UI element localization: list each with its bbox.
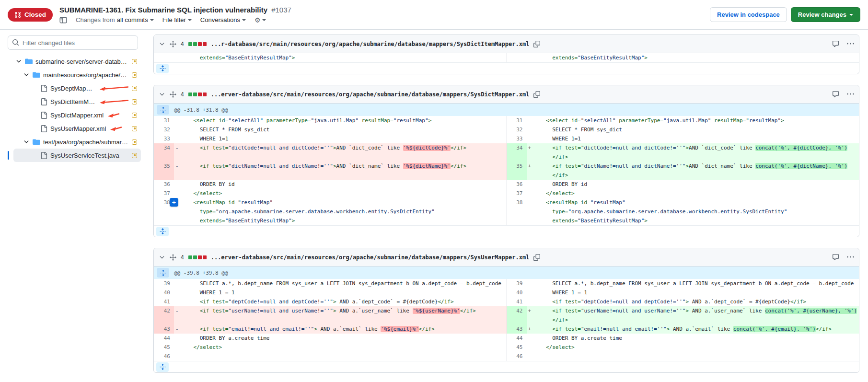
- line-number-new[interactable]: 36: [507, 180, 527, 189]
- line-number-old[interactable]: 43: [154, 324, 174, 334]
- code-segment: WHERE 1=1: [181, 136, 228, 142]
- line-number-old[interactable]: 44: [154, 334, 174, 343]
- pr-title-text: SUBMARINE-1361. Fix Submarine SQL inject…: [59, 6, 267, 14]
- code-line: </select>: [533, 189, 859, 198]
- code-segment: >: [333, 299, 336, 305]
- code-line: - <if test="dictCode!=null and dictCode!…: [181, 143, 507, 152]
- line-number-new[interactable]: 44: [507, 334, 527, 343]
- line-number-new[interactable]: 38: [507, 198, 527, 225]
- collapse-file-icon[interactable]: [159, 91, 165, 98]
- line-number-new[interactable]: 37: [507, 189, 527, 198]
- line-number-new[interactable]: 35: [507, 162, 527, 180]
- line-number-new[interactable]: 33: [507, 134, 527, 143]
- tree-file-sysdeptmapper-xml[interactable]: SysDeptMapper.xml: [13, 81, 141, 95]
- code-segment: AND a.`email` like: [670, 326, 733, 332]
- line-number-new[interactable]: 42: [507, 306, 527, 324]
- diffstat-square-add: [188, 93, 192, 96]
- all-commits-label: all commits: [117, 16, 148, 23]
- comment-icon[interactable]: [832, 91, 839, 98]
- line-number-new[interactable]: 43: [507, 324, 527, 334]
- expand-hunk-button[interactable]: [157, 268, 169, 278]
- tree-file-sysdictitemmapper-xml[interactable]: SysDictItemMapper.xml: [13, 95, 141, 108]
- copy-path-icon[interactable]: [533, 91, 540, 98]
- code-line: + <if test="dictName!=null and dictName!…: [533, 162, 859, 171]
- expand-hunk-button[interactable]: [157, 105, 169, 115]
- line-number-old[interactable]: 41: [154, 297, 174, 306]
- line-number-old[interactable]: 35: [154, 162, 174, 180]
- code-cell-old: </select>: [174, 189, 507, 198]
- copy-path-icon[interactable]: [533, 254, 540, 261]
- line-number-new[interactable]: 46: [507, 352, 527, 361]
- comment-icon[interactable]: [832, 40, 839, 47]
- code-segment: [533, 218, 553, 224]
- code-segment: >: [333, 163, 336, 169]
- code-segment: id=: [581, 199, 590, 206]
- conversations-dropdown[interactable]: Conversations: [200, 16, 246, 23]
- line-number-new[interactable]: 31: [507, 116, 527, 125]
- line-number-new[interactable]: 40: [507, 288, 527, 297]
- collapse-file-icon[interactable]: [159, 254, 165, 261]
- changes-from-dropdown[interactable]: Changes from all commits: [76, 16, 154, 23]
- folder-icon: [25, 58, 33, 65]
- code-segment: concat('%', #{userName}, '%'): [765, 308, 857, 314]
- code-line: type="org.apache.submarine.server.databa…: [533, 207, 859, 216]
- review-in-codespace-button[interactable]: Review in codespace: [710, 7, 787, 22]
- code-segment: ORDER BY a.create_time: [181, 335, 269, 341]
- line-number-new[interactable]: 34: [507, 143, 527, 162]
- tree-file-sysuserservicetest-java[interactable]: SysUserServiceTest.java: [13, 149, 141, 162]
- pr-title-block: SUBMARINE-1361. Fix Submarine SQL inject…: [59, 6, 703, 24]
- chevron-down-icon[interactable]: [15, 58, 22, 65]
- line-number-old[interactable]: 39: [154, 279, 174, 288]
- chevron-down-icon[interactable]: [23, 71, 30, 78]
- kebab-menu-icon[interactable]: [847, 91, 854, 98]
- code-segment: AND a.`dept_code` = #{deptCode}: [336, 299, 438, 305]
- code-line: <select id="selectAll" parameterType="ja…: [181, 116, 507, 125]
- line-number-old[interactable]: 40: [154, 288, 174, 297]
- chevron-down-icon[interactable]: [23, 139, 30, 145]
- line-number-old[interactable]: 36: [154, 180, 174, 189]
- expand-diff-button[interactable]: [156, 227, 169, 236]
- line-number-old[interactable]: 37: [154, 189, 174, 198]
- line-number-old[interactable]: 45: [154, 343, 174, 352]
- diff-file-header: 4...erver-database/src/main/resources/or…: [154, 248, 859, 266]
- line-number-old[interactable]: 34: [154, 143, 174, 162]
- diff-marker: -: [175, 162, 179, 171]
- review-changes-button[interactable]: Review changes: [791, 7, 860, 22]
- line-number-old[interactable]: 38+: [154, 198, 174, 225]
- tree-file-sysdictmapper-xml[interactable]: SysDictMapper.xml: [13, 108, 141, 122]
- code-segment: test=: [212, 326, 228, 332]
- add-comment-button[interactable]: +: [170, 198, 178, 207]
- content-area: submarine-server/server-database/...main…: [0, 30, 868, 382]
- collapse-file-icon[interactable]: [159, 41, 165, 47]
- line-number-old[interactable]: 33: [154, 134, 174, 143]
- diff-settings-dropdown[interactable]: ⚙: [255, 17, 266, 23]
- tree-file-sysusermapper-xml[interactable]: SysUserMapper.xml: [13, 122, 141, 135]
- tree-folder-test-java-org-apache-submarine-s[interactable]: test/java/org/apache/submarine/s...: [13, 135, 141, 149]
- tree-item-label: submarine-server/server-database/...: [35, 58, 129, 65]
- file-filter-input[interactable]: [8, 35, 138, 50]
- line-number-new[interactable]: 32: [507, 125, 527, 134]
- tree-folder-submarine-server-server-database[interactable]: submarine-server/server-database/...: [13, 55, 141, 68]
- line-number-old[interactable]: 46: [154, 352, 174, 361]
- tree-folder-main-resources-org-apache-subm[interactable]: main/resources/org/apache/subm...: [13, 68, 141, 81]
- line-number-new[interactable]: 39: [507, 279, 527, 288]
- line-number-new[interactable]: 45: [507, 343, 527, 352]
- line-number-old[interactable]: 42: [154, 306, 174, 324]
- comment-icon[interactable]: [832, 254, 839, 261]
- sidebar-toggle-icon[interactable]: [59, 16, 67, 24]
- kebab-menu-icon[interactable]: [847, 40, 854, 47]
- expand-diff-button[interactable]: [156, 64, 169, 73]
- code-segment: [181, 299, 200, 305]
- code-line: WHERE 1 = 1: [181, 288, 507, 297]
- code-line: SELECT a.*, b.dept_name FROM sys_user a …: [181, 279, 507, 288]
- expand-diff-button[interactable]: [156, 362, 169, 372]
- line-number-new[interactable]: 41: [507, 297, 527, 306]
- copy-path-icon[interactable]: [533, 41, 540, 47]
- line-number-old[interactable]: 32: [154, 125, 174, 134]
- kebab-menu-icon[interactable]: [847, 254, 854, 261]
- line-number-old[interactable]: [154, 53, 174, 62]
- line-number-new[interactable]: [507, 53, 527, 62]
- file-filter-dropdown[interactable]: File filter: [162, 16, 192, 23]
- code-segment: </if>: [816, 326, 832, 332]
- line-number-old[interactable]: 31: [154, 116, 174, 125]
